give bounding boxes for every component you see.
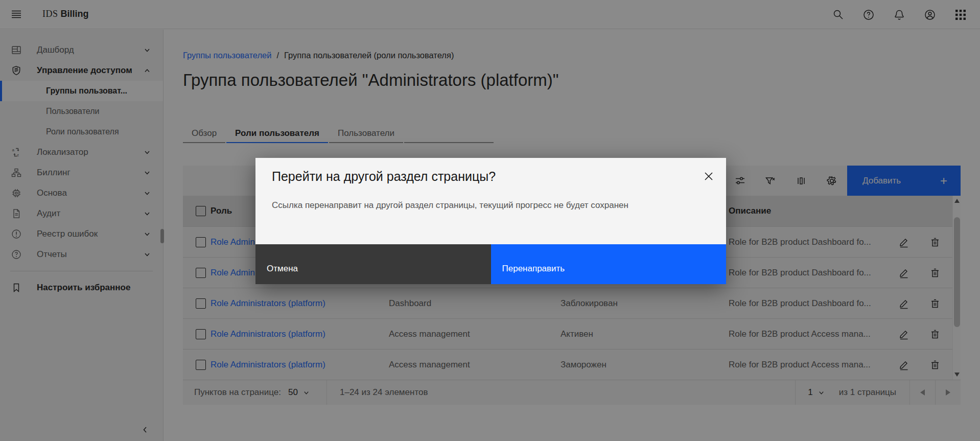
modal-title: Перейти на другой раздел страницы? [272,169,496,184]
redirect-confirmation-modal: Перейти на другой раздел страницы? Ссылк… [255,158,726,284]
app-root: IDSBilling [0,0,980,441]
redirect-button[interactable]: Перенаправить [491,244,727,284]
close-icon[interactable] [698,166,719,187]
cancel-button[interactable]: Отмена [255,244,491,284]
modal-body-text: Ссылка перенаправит на другой раздел стр… [272,200,655,212]
modal-footer: Отмена Перенаправить [255,244,726,284]
